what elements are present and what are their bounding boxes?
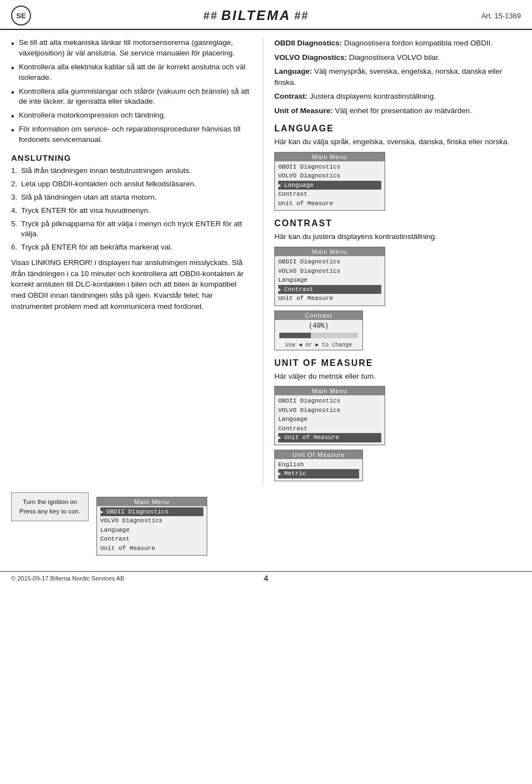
unit-submenu-title: Unit Of Measure xyxy=(275,450,362,459)
logo-text: BILTEMA xyxy=(221,8,291,23)
menu-item-contrast: Contrast xyxy=(278,190,381,199)
error-text: Visas LINKING ERROR! i displayen har ans… xyxy=(11,257,252,312)
menu-item-contrast: Contrast xyxy=(278,424,381,434)
contrast-use-text: Use ◄ or ► to change xyxy=(275,340,362,350)
unit-english: English xyxy=(278,460,359,470)
main-content: Se till att alla mekaniska länkar till m… xyxy=(0,30,532,485)
list-item: 1.Slå ifrån tändningen innan testutrustn… xyxy=(11,166,252,176)
obdii-desc: OBDII Diagnostics: Diagnostisera fordon … xyxy=(274,38,521,49)
unit-menu-items: OBDII Diagnostics VOLVO Diagnostics Lang… xyxy=(275,395,385,445)
menu-items-list: OBDII Diagnostics VOLVO Diagnostics Lang… xyxy=(275,161,385,211)
startup-menu-box: Main Menu OBDII Diagnostics VOLVO Diagno… xyxy=(96,497,207,556)
contrast-desc: Contrast: Justera displayens kontrastins… xyxy=(274,91,521,102)
startup-menu-items: OBDII Diagnostics VOLVO Diagnostics Lang… xyxy=(97,506,207,556)
startup-menu-obdii: OBDII Diagnostics xyxy=(100,507,203,517)
menu-item-unit: Unit of Measure xyxy=(278,294,381,303)
menu-item-volvo: VOLVO Diagnostics xyxy=(278,171,381,181)
bottom-section: Turn the ignition on Press any key to co… xyxy=(11,492,521,561)
menu-item-volvo: VOLVO Diagnostics xyxy=(278,267,381,276)
contrast-body: Här kan du justera displayens kontrastin… xyxy=(274,231,521,242)
contrast-progress-bar xyxy=(279,333,358,338)
menu-item-unit: Unit of Measure xyxy=(278,199,381,208)
menu-box-title-contrast: Main Menu xyxy=(275,247,385,256)
menu-item-language: Language xyxy=(278,276,381,285)
list-item: 6.Tryck på ENTER för att bekräfta marker… xyxy=(11,242,252,253)
page-footer: © 2015-09-17 Biltema Nordic Services AB … xyxy=(0,571,532,585)
language-heading: LANGUAGE xyxy=(274,124,521,134)
ignition-box: Turn the ignition on Press any key to co… xyxy=(11,492,89,522)
intro-bullets: Se till att alla mekaniska länkar till m… xyxy=(11,38,252,145)
volvo-desc: VOLVO Diagnostics: Diagnostisera VOLVO b… xyxy=(274,52,521,63)
submenu-title: Contrast xyxy=(275,311,362,320)
list-item: Kontrollera alla elektriska kablar så at… xyxy=(11,62,252,83)
language-desc: Language: Välj menyspråk, svenska, engel… xyxy=(274,66,521,88)
unit-metric: Metric xyxy=(278,469,359,478)
right-column: OBDII Diagnostics: Diagnostisera fordon … xyxy=(263,38,521,485)
steps-list: 1.Slå ifrån tändningen innan testutrustn… xyxy=(11,166,252,253)
list-item: 2.Leta upp OBDII-kontakten och anslut fe… xyxy=(11,179,252,190)
menu-item-obdii: OBDII Diagnostics xyxy=(278,162,381,172)
menu-item-language: Language xyxy=(278,181,381,190)
page-header: SE ## BILTEMA ## Art. 15-1369 xyxy=(0,0,532,30)
unit-main-menu-box: Main Menu OBDII Diagnostics VOLVO Diagno… xyxy=(274,386,385,445)
country-badge: SE xyxy=(11,6,31,26)
left-column: Se till att alla mekaniska länkar till m… xyxy=(11,38,263,485)
ignition-line1: Turn the ignition on xyxy=(17,497,83,507)
contrast-progress-fill xyxy=(279,333,311,338)
unit-submenu-items: English Metric xyxy=(275,459,362,481)
unit-body: Här väljer du metrisk eller tum. xyxy=(274,371,521,382)
menu-item-contrast: Contrast xyxy=(278,285,381,294)
article-number: Art. 15-1369 xyxy=(481,12,521,20)
unit-menu-title: Main Menu xyxy=(275,386,385,395)
list-item: För information om service- och reparati… xyxy=(11,124,252,145)
menu-item-obdii: OBDII Diagnostics xyxy=(278,257,381,267)
ignition-line2: Press any key to con. xyxy=(17,507,83,516)
logo-hash-icon: ## xyxy=(203,9,218,22)
unit-submenu-box: Unit Of Measure English Metric xyxy=(274,450,363,481)
logo-hash-icon-right: ## xyxy=(294,9,309,22)
language-menu-box: Main Menu OBDII Diagnostics VOLVO Diagno… xyxy=(274,152,385,211)
contrast-value: (40%) xyxy=(275,320,362,331)
menu-item-obdii: OBDII Diagnostics xyxy=(278,396,381,406)
brand-logo: ## BILTEMA ## xyxy=(203,8,309,23)
menu-item-language: Language xyxy=(278,415,381,424)
menu-item-volvo: VOLVO Diagnostics xyxy=(278,406,381,415)
menu-box-title: Main Menu xyxy=(275,152,385,161)
footer-page-number: 4 xyxy=(264,574,268,583)
list-item: 3.Slå på tändningen utan att starta moto… xyxy=(11,192,252,203)
unit-desc: Unit of Measure: Välj enhet för presenta… xyxy=(274,105,521,116)
list-item: Kontrollera alla gummislangar och stålrö… xyxy=(11,86,252,108)
startup-menu-volvo: VOLVO Diagnostics xyxy=(100,516,203,526)
contrast-menu-box: Main Menu OBDII Diagnostics VOLVO Diagno… xyxy=(274,247,385,306)
anslutning-heading: ANSLUTNING xyxy=(11,153,252,162)
list-item: 5.Tryck på pilknapparna för att välja i … xyxy=(11,219,252,240)
unit-section: UNIT OF MEASURE Här väljer du metrisk el… xyxy=(274,358,521,481)
list-item: Se till att alla mekaniska länkar till m… xyxy=(11,38,252,59)
language-body: Här kan du välja språk, engelska, svensk… xyxy=(274,136,521,147)
list-item: Kontrollera motorkompression och tändnin… xyxy=(11,110,252,121)
startup-menu-contrast: Contrast xyxy=(100,534,203,544)
contrast-submenu-box: Contrast (40%) Use ◄ or ► to change xyxy=(274,310,363,350)
startup-menu-title: Main Menu xyxy=(97,497,207,506)
contrast-menu-items: OBDII Diagnostics VOLVO Diagnostics Lang… xyxy=(275,256,385,306)
list-item: 4.Tryck ENTER för att visa huvudmenyn. xyxy=(11,206,252,216)
unit-heading: UNIT OF MEASURE xyxy=(274,358,521,368)
startup-menu-unit: Unit of Measure xyxy=(100,544,203,553)
startup-menu-language: Language xyxy=(100,526,203,535)
contrast-heading: CONTRAST xyxy=(274,218,521,228)
menu-item-unit: Unit of Measure xyxy=(278,433,381,442)
